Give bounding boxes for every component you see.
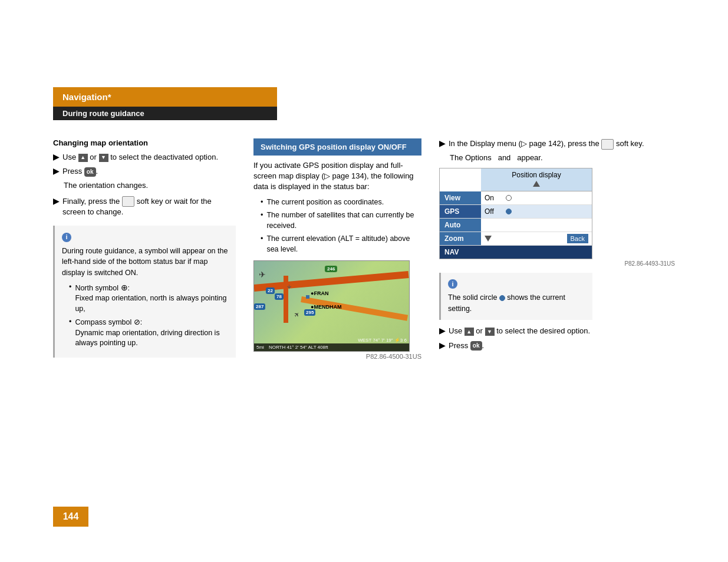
gps-row-view: View On xyxy=(440,191,592,205)
sub-dot-1: • xyxy=(69,282,71,293)
gps-panel-label-empty xyxy=(440,168,481,191)
gps-label-zoom: Zoom xyxy=(440,232,481,245)
info-right-text: The solid circle shows the current setti… xyxy=(448,292,585,315)
right-bullet-2: ▶ Use ▲ or ▼ to select the desired optio… xyxy=(439,326,675,336)
up-btn[interactable]: ▲ xyxy=(78,154,88,162)
bullet-finally-press: ▶ Finally, press the soft key or wait fo… xyxy=(53,196,236,218)
mid-dot-3: • xyxy=(261,234,263,244)
gps-label-nav: NAV xyxy=(440,246,592,259)
middle-para-1: If you activate GPS position display and… xyxy=(253,160,421,193)
bullet-arrow-3: ▶ xyxy=(53,196,59,207)
up-btn-2[interactable]: ▲ xyxy=(465,328,474,336)
back-button[interactable]: Back xyxy=(567,234,588,243)
left-column: Changing map orientation ▶ Use ▲ or ▼ to… xyxy=(53,138,236,363)
soft-key-placeholder[interactable] xyxy=(122,196,134,207)
page-number-box: 144 xyxy=(53,507,88,527)
gps-row-zoom: Zoom Back xyxy=(440,232,592,246)
map-airplane-3-icon: ✈ xyxy=(286,285,292,289)
map-sign-246: 246 xyxy=(325,266,337,272)
right-text-1: In the Display menu (▷ page 142), press … xyxy=(449,138,644,150)
mid-bullet-3: • The current elevation (ALT = altitude)… xyxy=(261,234,421,254)
view-circle-empty xyxy=(506,195,512,201)
gps-panel: Position display View On xyxy=(439,168,592,259)
page-subtitle: During route guidance xyxy=(53,107,277,120)
gps-row-gps: GPS Off xyxy=(440,205,592,219)
map-sign-295: 295 xyxy=(304,309,315,316)
mid-dot-1: • xyxy=(261,197,263,208)
info-box-left: i During route guidance, a symbol will a… xyxy=(53,226,236,358)
gps-label-auto: Auto xyxy=(440,219,481,232)
map-status-bar: 5mi NORTH 41° 2' 54" ALT 408ft xyxy=(254,343,409,351)
compass-text: Compass symbol ⊘:Dynamic map orientation… xyxy=(75,317,229,349)
right-text-2: Use ▲ or ▼ to select the desired option. xyxy=(449,326,590,336)
down-btn[interactable]: ▼ xyxy=(99,154,108,162)
appear-label: appear. xyxy=(517,153,542,162)
compass-bullet: • Compass symbol ⊘:Dynamic map orientati… xyxy=(69,317,229,349)
bullet-arrow-2: ▶ xyxy=(53,166,59,177)
map-status-center: NORTH 41° 2' 54" ALT 408ft xyxy=(269,345,328,350)
page-number: 144 xyxy=(63,511,79,521)
sub-dot-2: • xyxy=(69,317,71,328)
right-arrow-2: ▶ xyxy=(439,326,445,336)
middle-column: Switching GPS position display ON/OFF If… xyxy=(253,138,421,363)
triangle-up-icon xyxy=(533,181,540,187)
gps-label-view: View xyxy=(440,191,481,204)
page: Navigation* During route guidance Changi… xyxy=(0,0,728,562)
orientation-text: The orientation changes. xyxy=(64,180,148,191)
gps-row-auto: Auto xyxy=(440,219,592,232)
options-label: The Options xyxy=(450,153,492,162)
map-dot-fran xyxy=(306,295,309,299)
middle-heading: Switching GPS position display ON/OFF xyxy=(253,138,421,156)
gps-content-zoom: Back xyxy=(481,232,592,245)
right-arrow-1: ▶ xyxy=(439,138,445,149)
header-area: Navigation* During route guidance xyxy=(53,87,675,120)
right-arrow-3: ▶ xyxy=(439,340,445,351)
gps-off-text: Off xyxy=(485,207,494,216)
map-airplane-icon: ✈ xyxy=(259,270,266,279)
right-column: ▶ In the Display menu (▷ page 142), pres… xyxy=(439,138,675,363)
right-soft-key[interactable] xyxy=(601,139,614,150)
map-status-right: WEST 74° 7' 19" ⚡3 6 xyxy=(358,338,407,343)
map-sign-22: 22 xyxy=(266,287,275,294)
mid-bullet-1: • The current position as coordinates. xyxy=(261,197,421,208)
content-area: Changing map orientation ▶ Use ▲ or ▼ to… xyxy=(53,138,675,363)
north-bullet: • North symbol ⊕:Fixed map orientation, … xyxy=(69,282,229,315)
gps-panel-code: P82.86-4493-31US xyxy=(439,260,675,267)
bullet-text-2: Press ok. xyxy=(62,166,98,177)
ok-button-icon[interactable]: ok xyxy=(84,167,96,177)
map-label-fran: ●FRAN xyxy=(311,290,328,296)
gps-panel-title: Position display xyxy=(481,168,592,191)
right-bullet-1: ▶ In the Display menu (▷ page 142), pres… xyxy=(439,138,675,150)
left-heading: Changing map orientation xyxy=(53,138,236,147)
map-caption: P82.86-4500-31US xyxy=(253,353,421,360)
mid-text-3: The current elevation (ALT = altitude) a… xyxy=(266,234,421,254)
down-btn-2[interactable]: ▼ xyxy=(485,328,495,336)
mid-bullet-2: • The number of satellites that can curr… xyxy=(261,210,421,231)
view-on-text: On xyxy=(485,194,494,202)
map-road-3 xyxy=(284,276,288,323)
ok-button-icon-2[interactable]: ok xyxy=(470,341,482,351)
north-text: North symbol ⊕:Fixed map orientation, no… xyxy=(75,282,229,315)
bullet-arrow-1: ▶ xyxy=(53,152,59,163)
map-label-mendham: ●MENDHAM xyxy=(311,304,341,310)
info-box-right: i The solid circle shows the current set… xyxy=(439,273,592,320)
solid-circle-example xyxy=(499,295,505,301)
gps-content-gps: Off xyxy=(481,205,592,218)
right-bullet-3: ▶ Press ok. xyxy=(439,340,675,351)
gps-circle-filled xyxy=(506,209,512,214)
info-text-1: During route guidance, a symbol will app… xyxy=(62,246,229,279)
map-image: 246 22 78 287 ●FRAN 295 ●MENDHAM 5mi NOR… xyxy=(253,260,410,352)
bullet-text-3: Finally, press the soft key or wait for … xyxy=(62,196,236,218)
info-text-2: • North symbol ⊕:Fixed map orientation, … xyxy=(62,282,229,349)
options-appear-text: The Options and appear. xyxy=(450,153,675,162)
bullet-use-updown: ▶ Use ▲ or ▼ to select the deactivated o… xyxy=(53,152,236,163)
gps-content-auto xyxy=(481,219,592,232)
bullet-text-1: Use ▲ or ▼ to select the deactivated opt… xyxy=(62,152,218,163)
gps-label-gps: GPS xyxy=(440,205,481,218)
map-sign-287: 287 xyxy=(254,303,265,310)
mid-dot-2: • xyxy=(261,210,263,221)
right-text-3: Press ok. xyxy=(449,340,484,351)
gps-panel-header-row: Position display xyxy=(440,168,592,191)
info-icon-left: i xyxy=(62,233,71,242)
map-sign-78: 78 xyxy=(275,293,284,300)
